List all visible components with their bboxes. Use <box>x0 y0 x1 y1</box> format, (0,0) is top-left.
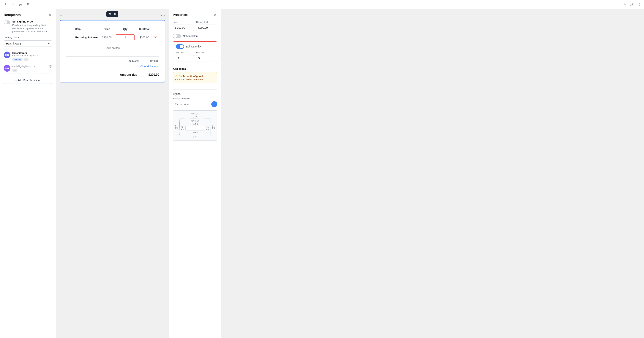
delete-recipient-button[interactable] <box>49 65 52 69</box>
person-icon[interactable] <box>25 2 30 7</box>
tax-warning-box: ⚠ No Taxes Configured Click here to conf… <box>173 72 217 83</box>
optional-item-label: Optional Item <box>183 35 198 38</box>
price-display-row: Price Display text <box>173 21 217 31</box>
optional-item-toggle[interactable] <box>173 34 181 38</box>
recipient-email: anish@gohighlevel.com <box>12 65 47 68</box>
amount-due-value: $200.00 <box>148 73 159 76</box>
redo-icon[interactable] <box>629 2 634 7</box>
margin-middle: 0 PX PADDING 10 PX 10 PX 10 PX <box>175 119 215 135</box>
max-qty-group: Max Qty <box>196 51 214 61</box>
display-text-label: Display text <box>196 21 218 23</box>
margin-padding-diagram: MARGIN 0 PX 0 PX PADDING 10 PX 10 PX <box>173 110 217 141</box>
right-sidebar-header: Properties ✕ <box>173 13 217 17</box>
duplicate-button[interactable]: ⊞ <box>108 12 112 16</box>
optional-item-row: Optional Item <box>173 34 217 38</box>
signing-order-text: Set signing order Emails are sent sequen… <box>12 20 52 33</box>
close-sidebar-button[interactable]: ✕ <box>48 13 52 17</box>
new-tab-icon[interactable]: + <box>3 2 8 7</box>
padding-middle: 10 PX 10 PX <box>181 126 209 131</box>
svg-point-7 <box>637 4 638 5</box>
svg-point-6 <box>639 3 640 4</box>
primary-client-select[interactable]: Harshit Garg ▾ <box>4 40 52 47</box>
variable-icon[interactable]: (x) <box>18 2 23 7</box>
amount-due-label: Amount due <box>120 73 137 76</box>
add-taxes-title: Add Taxes <box>173 67 217 70</box>
item-price: $200.00 <box>100 32 114 43</box>
primary-client-label: Primary Client <box>4 36 52 39</box>
warning-icon: ⚠ <box>175 75 178 78</box>
more-options-button[interactable]: ··· <box>161 13 165 17</box>
divider <box>173 89 217 90</box>
styles-title: Styles <box>173 93 217 95</box>
layout: Recipients ✕ Set signing order Emails ar… <box>0 0 221 338</box>
cc-tag: cc <box>24 58 28 61</box>
padding-bottom-value: 10 PX <box>181 131 209 134</box>
document-icon[interactable] <box>10 2 16 7</box>
discount-icon: 🏷 <box>140 65 143 68</box>
totals-section: Subtotal $200.00 🏷 Add discount Amount d… <box>66 56 159 76</box>
color-picker-button[interactable] <box>211 101 217 107</box>
svg-line-9 <box>638 5 639 5</box>
item-name: Recurring Software <box>73 32 100 43</box>
configure-taxes-link[interactable]: here <box>181 78 185 81</box>
max-qty-input[interactable] <box>196 55 214 61</box>
signing-order-desc: Emails are sent sequentially: Next recip… <box>12 24 52 33</box>
min-qty-group: Min Qty <box>176 51 194 61</box>
add-discount-button[interactable]: 🏷 Add discount <box>140 65 159 68</box>
check-col-header <box>66 26 73 32</box>
cc-tag: cc <box>12 69 17 72</box>
remove-item-button[interactable]: ✕ <box>154 35 157 39</box>
padding-top-value: 10 PX <box>181 123 209 125</box>
bg-color-row <box>173 101 217 107</box>
add-item-button[interactable]: + Add an Item <box>66 44 159 52</box>
qty-col-header: Qty <box>114 26 137 32</box>
padding-left-value: 10 PX <box>181 126 184 131</box>
subtotal-value: $200.00 <box>150 60 159 63</box>
recipient-item: HG Harshit Garg harshitgarg4225@gmail.c.… <box>4 50 52 63</box>
price-input[interactable] <box>173 24 194 31</box>
primary-client-value: Harshit Garg <box>6 42 21 45</box>
tag-row: Primary cc <box>12 58 52 61</box>
recipient-email: harshitgarg4225@gmail.c... <box>12 54 52 57</box>
subtotal-col-header: Subtotal <box>137 26 152 32</box>
min-qty-input[interactable] <box>176 55 194 61</box>
undo-icon[interactable] <box>622 2 628 7</box>
tax-warning-text: Click here to configure taxes <box>175 78 215 81</box>
padding-box: PADDING 10 PX 10 PX 10 PX 10 PX <box>180 119 211 135</box>
card-toolbar: ⊞ 🗑 <box>106 11 118 17</box>
sidebar-title: Recipients <box>4 13 21 17</box>
qty-input[interactable] <box>116 34 134 40</box>
signing-order-toggle[interactable] <box>4 20 10 24</box>
recipient-info: Harshit Garg harshitgarg4225@gmail.c... … <box>12 52 52 61</box>
add-recipient-label: + Add More Recipient <box>15 79 40 82</box>
margin-left-value: 0 PX <box>175 125 178 129</box>
add-element-button[interactable]: + <box>60 13 62 18</box>
padding-right-value: 10 PX <box>206 126 209 131</box>
subtotal-row: Subtotal $200.00 <box>66 60 159 63</box>
optional-item-knob <box>173 34 177 38</box>
subtotal-label: Subtotal <box>129 60 138 63</box>
delete-element-button[interactable]: 🗑 <box>112 12 117 16</box>
share-icon[interactable] <box>636 2 641 7</box>
topbar: + (x) <box>0 0 644 9</box>
action-col-header <box>152 26 159 32</box>
amount-due-row: Amount due $200.00 <box>66 71 159 76</box>
display-text-input[interactable] <box>196 24 218 31</box>
drag-handle[interactable]: ⠿ <box>56 49 58 53</box>
min-max-row: Min Qty Max Qty <box>176 51 214 61</box>
bg-color-input[interactable] <box>173 101 210 107</box>
row-check[interactable]: ✓ <box>66 32 73 43</box>
tax-warning-header: ⚠ No Taxes Configured <box>175 75 215 78</box>
close-properties-button[interactable]: ✕ <box>213 13 217 17</box>
signing-order-toggle-knob <box>4 21 7 24</box>
edit-quantity-toggle[interactable] <box>176 44 184 49</box>
add-recipient-button[interactable]: + Add More Recipient <box>4 77 52 84</box>
no-taxes-title: No Taxes Configured <box>179 75 203 78</box>
tax-text-after: to configure taxes <box>185 78 204 81</box>
recipient-item: NU anish@gohighlevel.com cc <box>4 63 52 74</box>
topbar-right-actions <box>622 2 641 7</box>
price-label: Price <box>173 21 194 23</box>
avatar: NU <box>4 65 10 72</box>
bg-color-label: Background color <box>173 97 217 100</box>
main-content: + ··· ⊞ 🗑 ⠿ Item Price Qty <box>56 9 169 338</box>
